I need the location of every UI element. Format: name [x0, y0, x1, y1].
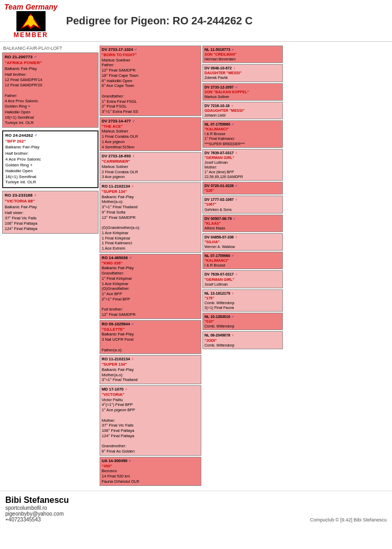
mother-card: RO 23-233188 ♀ "VICTORIA 88" Balkanic Fa… — [2, 191, 99, 234]
header: Team Germany MEMBER Pedigree for Pigeon:… — [0, 0, 392, 42]
mother-ring: RO 23-233188 — [5, 193, 32, 198]
team-logo: Team Germany MEMBER — [4, 3, 58, 39]
gen3-5: DV 7639-07-0317 ♀ "GERMAN GIRL" Josef Lu… — [202, 149, 283, 181]
gen2-7: MD 17-1070 ♀ "VICTORIA" Victor Palitu 4°… — [100, 385, 201, 456]
gen3-1: DV 0948-10-672 ♀ DAUGHTER "MESSI" Zdenek… — [202, 64, 283, 82]
father-ring: RO 21-200773 — [5, 55, 32, 59]
gen2-0: DV 2733-17-1024 ♂ "BORN TO FIGHT" Markus… — [100, 46, 201, 116]
eagle-icon — [16, 11, 46, 31]
left-panel: BALKANIC-FAIR-PLAY-LOFT RO 21-200773 ♂ "… — [2, 45, 99, 486]
svg-point-3 — [28, 15, 33, 22]
gen3-11: DV 7639-07-0317 ♀ "GERMAN GIRL" Josef Lu… — [202, 270, 283, 288]
mother-loft: Balkanic Fair-Play — [5, 205, 96, 210]
father-nick: "AFRIKA POWER" — [5, 60, 96, 66]
father-info: Half brother: 12 Final SAMDPR'14 12 Fina… — [5, 72, 96, 126]
father-card: RO 21-200773 ♂ "AFRIKA POWER" Balkanic F… — [2, 52, 99, 128]
owner-info: Bibi Stefanescu sportcolumbofil.ro pigeo… — [5, 495, 69, 523]
gen3-col: NL 11-5016773 ♂ SON "CREILMAN" Herman Be… — [202, 45, 283, 486]
mother-info: Half sister: 37° Final Vic Falls 106° Fi… — [5, 210, 96, 232]
subject-loft: Balkanic Fair-Play — [5, 145, 95, 150]
owner-email: pigeonbyby@yahoo.com — [5, 511, 69, 517]
gen2-8: UA 14-300450 ♂ "450" Bezusco 14 Final 52… — [100, 457, 201, 486]
gen2-2: DV 2733-16-693 ♀ "CARWINNER" Markus Soll… — [100, 152, 201, 181]
gen2-4: RO 14-465036 ♂ "KMG 036" Balkanic Fair-P… — [100, 254, 201, 319]
gen2-3: RO 11-2102134 ♀ "SUPER 134" Balkanic Fai… — [100, 182, 201, 253]
gen3-13: NL 10-1283010 ♂ "010" Comb. Wittendorp — [202, 313, 283, 330]
father-loft: Balkanic Fair-Play — [5, 66, 96, 72]
gen2-5: RO 09-1025944 ♂ "GILLETTE" Balkanic Fair… — [100, 320, 201, 355]
gen3-8: DV 00507-08-79 ♂ "KLAAS" Alfons Klaas — [202, 215, 283, 232]
gen3-6: DV 0720-01-0226 ♂ "226" — [202, 182, 283, 194]
subject-ring: RO 24-244262 — [5, 133, 33, 138]
gen3-10: NL 07-1759960 ♂ "KALIMANCI" I & R Brusse — [202, 252, 283, 269]
team-name: Team Germany — [4, 3, 58, 11]
page-title: Pedigree for Pigeon: RO 24-244262 C — [66, 15, 253, 27]
owner-website: sportcolumbofil.ro — [5, 505, 69, 511]
owner-name: Bibi Stefanescu — [5, 495, 69, 505]
gen3-12: NL 13-1812179 ♀ "179" Comb. Wittendorp 3… — [202, 289, 283, 312]
gen3-3: DV 7216-10-18 ♀ GDAUGHTER "MESSI" Johann… — [202, 102, 283, 119]
compuclub-info: Compuclub © [9.42] Bibi Stefanescu — [310, 517, 387, 523]
mother-nick: "VICTORIA 88" — [5, 199, 96, 205]
gen3-14: NL 08-2049078 ♀ "JODI" Comb. Wittendorp — [202, 331, 283, 349]
gen3-7: DV 1777-02-1067 ♀ "1067" Gehrken & Sons — [202, 196, 283, 213]
bottom-section: Bibi Stefanescu sportcolumbofil.ro pigeo… — [0, 491, 392, 527]
subject-nick: "BFP 262" — [5, 139, 95, 145]
gen2-6: RO 11-2102134 ♀ "SUPER 134" Balkanic Fai… — [100, 355, 201, 384]
owner-phone: +40723345543 — [5, 517, 69, 523]
loft-label: BALKANIC-FAIR-PLAY-LOFT — [3, 46, 99, 51]
gen3-9: DV 04858-07-336 ♀ "SILVIA" Werner A. Wal… — [202, 233, 283, 251]
gen2-1: DV 2733-14-477 ♂ "THE ACE" Markus Sollne… — [100, 117, 201, 152]
gen3-4: NL 07-1759960 ♂ "KALIMANCI" I & R Brusse… — [202, 120, 283, 147]
gen3-0: NL 11-5016773 ♂ SON "CREILMAN" Herman Be… — [202, 46, 283, 63]
gen2-col: DV 2733-17-1024 ♂ "BORN TO FIGHT" Markus… — [100, 45, 201, 486]
member-text: MEMBER — [14, 31, 48, 39]
subject-info: Half brother: 4 Ace Prov Salonic Golden … — [5, 151, 95, 185]
gen3-2: DV 2733-12-2097 ♂ SON "BALKAN KOPPEL" Ma… — [202, 83, 283, 101]
subject-card: RO 24-244262 ♂ "BFP 262" Balkanic Fair-P… — [2, 130, 99, 188]
